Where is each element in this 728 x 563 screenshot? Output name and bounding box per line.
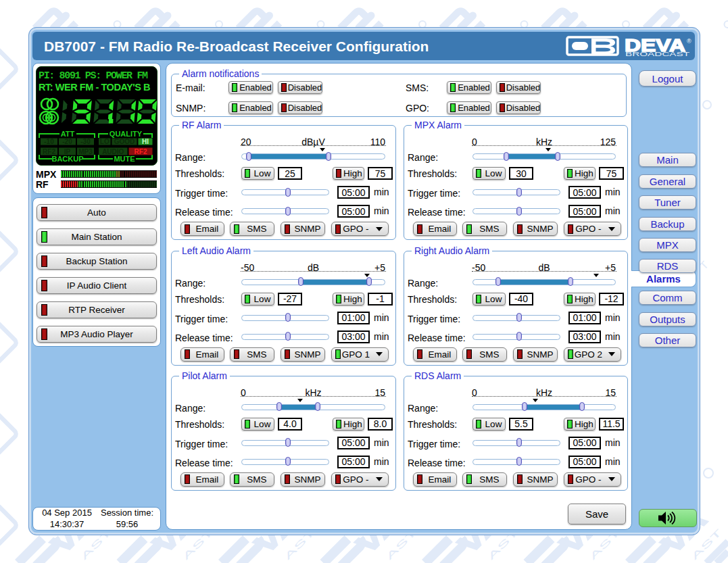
svg-text:RF2: RF2 — [135, 148, 147, 155]
svg-text:-10: -10 — [44, 138, 54, 145]
svg-text:RF2: RF2 — [43, 148, 55, 155]
svg-text:GOOD: GOOD — [114, 138, 135, 145]
svg-text:HI: HI — [142, 138, 149, 145]
svg-text:QUALITY: QUALITY — [110, 130, 143, 138]
svg-text:-20: -20 — [62, 138, 72, 145]
svg-text:IP: IP — [64, 148, 71, 155]
svg-text:MUTE: MUTE — [114, 155, 135, 163]
svg-text:LO: LO — [100, 138, 110, 145]
svg-text:AUDIO: AUDIO — [102, 148, 124, 155]
svg-text:BACKUP: BACKUP — [51, 155, 83, 163]
svg-text:-30: -30 — [80, 138, 91, 145]
svg-text:MP3: MP3 — [78, 148, 93, 155]
svg-text:ATT: ATT — [61, 130, 75, 138]
svg-text:BROADCAST: BROADCAST — [625, 51, 689, 57]
svg-text:®: ® — [687, 38, 691, 45]
